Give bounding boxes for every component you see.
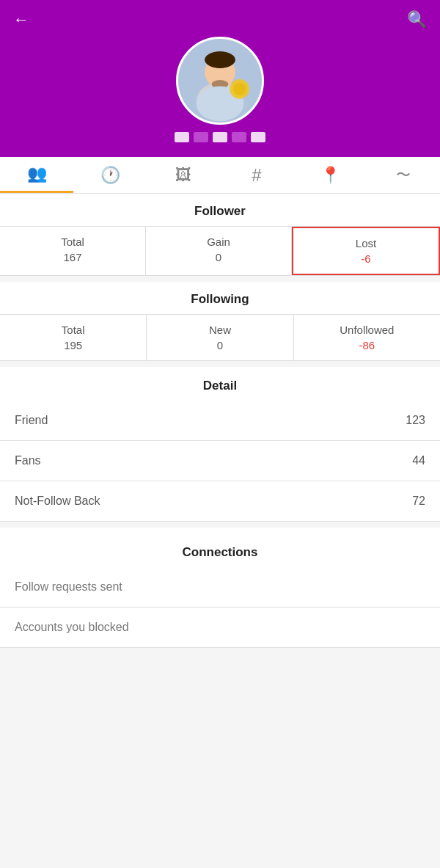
tab-history[interactable]: 🕐 bbox=[73, 166, 147, 192]
section-divider-2 bbox=[0, 361, 440, 367]
follower-lost-cell[interactable]: Lost -6 bbox=[292, 227, 440, 275]
connections-section: Connections Follow requests sent Account… bbox=[0, 535, 440, 648]
detail-notfollowback-label: Not-Follow Back bbox=[15, 495, 100, 508]
tab-bar: 👥 🕐 🖼 # 📍 〜 bbox=[0, 157, 440, 194]
follower-stats-grid: Total 167 Gain 0 Lost -6 bbox=[0, 226, 440, 276]
story-dot-5[interactable] bbox=[251, 132, 265, 142]
analytics-icon: 〜 bbox=[396, 165, 411, 185]
following-unfollowed-label: Unfollowed bbox=[300, 324, 434, 336]
following-total-value: 195 bbox=[6, 339, 140, 351]
story-dot-4[interactable] bbox=[232, 132, 246, 142]
following-total-label: Total bbox=[6, 324, 140, 336]
tab-media[interactable]: 🖼 bbox=[147, 166, 220, 192]
follower-lost-value: -6 bbox=[299, 252, 433, 265]
svg-point-3 bbox=[205, 51, 235, 68]
detail-friend-label: Friend bbox=[15, 414, 48, 427]
following-new-cell[interactable]: New 0 bbox=[147, 315, 293, 360]
detail-title: Detail bbox=[0, 368, 440, 401]
detail-row-friend[interactable]: Friend 123 bbox=[0, 401, 440, 441]
followers-icon: 👥 bbox=[27, 164, 47, 183]
main-content: Follower Total 167 Gain 0 Lost -6 Follow… bbox=[0, 194, 440, 648]
tab-analytics[interactable]: 〜 bbox=[367, 165, 440, 192]
following-new-value: 0 bbox=[153, 339, 287, 351]
following-unfollowed-cell[interactable]: Unfollowed -86 bbox=[294, 315, 440, 360]
follower-title: Follower bbox=[0, 194, 440, 226]
follower-gain-cell[interactable]: Gain 0 bbox=[146, 227, 292, 275]
detail-section: Detail Friend 123 Fans 44 Not-Follow Bac… bbox=[0, 368, 440, 522]
story-dot-3[interactable] bbox=[213, 132, 227, 142]
history-icon: 🕐 bbox=[100, 166, 120, 185]
connections-title: Connections bbox=[0, 535, 440, 567]
detail-row-fans[interactable]: Fans 44 bbox=[0, 441, 440, 481]
follower-gain-value: 0 bbox=[152, 251, 285, 263]
following-section: Following Total 195 New 0 Unfollowed -86 bbox=[0, 282, 440, 361]
follower-section: Follower Total 167 Gain 0 Lost -6 bbox=[0, 194, 440, 276]
detail-row-notfollowback[interactable]: Not-Follow Back 72 bbox=[0, 481, 440, 522]
tab-location[interactable]: 📍 bbox=[293, 166, 367, 192]
follower-total-label: Total bbox=[6, 236, 139, 248]
follower-total-value: 167 bbox=[6, 251, 139, 263]
avatar[interactable] bbox=[176, 37, 264, 125]
follower-lost-label: Lost bbox=[299, 237, 433, 249]
tab-hashtag[interactable]: # bbox=[220, 165, 293, 193]
detail-notfollowback-value: 72 bbox=[412, 495, 425, 508]
tab-followers[interactable]: 👥 bbox=[0, 164, 73, 193]
header: ← 🔍 bbox=[0, 0, 440, 157]
svg-point-7 bbox=[233, 83, 246, 95]
following-title: Following bbox=[0, 282, 440, 314]
header-top: ← 🔍 bbox=[0, 0, 440, 29]
section-divider-3 bbox=[0, 522, 440, 528]
story-dot-2[interactable] bbox=[194, 132, 208, 142]
search-icon[interactable]: 🔍 bbox=[407, 10, 427, 29]
section-divider-1 bbox=[0, 276, 440, 282]
avatar-container bbox=[0, 37, 440, 125]
media-icon: 🖼 bbox=[175, 166, 191, 185]
detail-friend-value: 123 bbox=[406, 414, 425, 427]
connection-follow-requests-label: Follow requests sent bbox=[15, 580, 122, 594]
story-dot-1[interactable] bbox=[175, 132, 189, 142]
back-icon[interactable]: ← bbox=[13, 10, 29, 29]
connection-blocked-label: Accounts you blocked bbox=[15, 621, 129, 634]
follower-gain-label: Gain bbox=[152, 236, 285, 248]
location-icon: 📍 bbox=[320, 166, 340, 185]
detail-fans-value: 44 bbox=[412, 454, 425, 467]
story-dots bbox=[0, 132, 440, 142]
following-new-label: New bbox=[153, 324, 287, 336]
detail-fans-label: Fans bbox=[15, 454, 41, 467]
hashtag-icon: # bbox=[252, 165, 261, 186]
connection-row-follow-requests[interactable]: Follow requests sent bbox=[0, 567, 440, 608]
follower-total-cell[interactable]: Total 167 bbox=[0, 227, 146, 275]
following-unfollowed-value: -86 bbox=[300, 339, 434, 351]
connection-row-blocked[interactable]: Accounts you blocked bbox=[0, 608, 440, 648]
following-total-cell[interactable]: Total 195 bbox=[0, 315, 147, 360]
following-stats-grid: Total 195 New 0 Unfollowed -86 bbox=[0, 314, 440, 361]
